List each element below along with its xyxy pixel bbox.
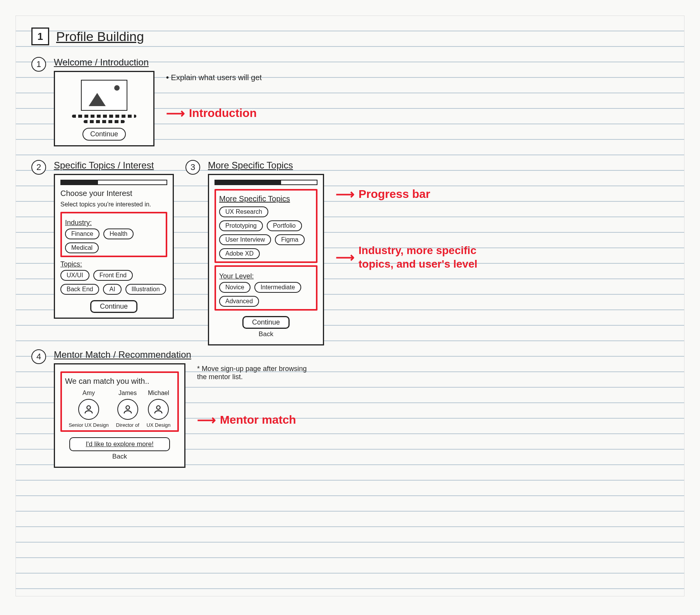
svg-point-1 (126, 406, 129, 409)
chip-industry[interactable]: Medical (65, 242, 99, 253)
industry-highlight-box: Industry: Finance Health Medical (60, 212, 167, 257)
back-link[interactable]: Back (60, 453, 179, 460)
mentor-name: James (116, 390, 139, 397)
chip-more-topic[interactable]: Adobe XD (219, 248, 260, 259)
continue-button[interactable]: Continue (90, 300, 137, 313)
chip-topic[interactable]: Front End (93, 270, 133, 281)
interest-hint: Select topics you're interested in. (60, 201, 167, 208)
progress-bar (214, 180, 317, 185)
chip-level[interactable]: Intermediate (254, 282, 301, 293)
chip-level[interactable]: Advanced (219, 296, 259, 307)
arrow-right-icon: ⟶ (336, 186, 353, 202)
step-number-1: 1 (31, 57, 46, 72)
interest-heading: Choose your Interest (60, 189, 167, 198)
chip-topic[interactable]: AI (103, 284, 121, 295)
explore-more-button[interactable]: I'd like to explore more! (69, 437, 170, 451)
page-number-badge: 1 (31, 27, 49, 45)
text-line-icon (84, 120, 125, 123)
mentor-card[interactable]: Amy Senior UX Design (69, 390, 108, 428)
chip-level[interactable]: Novice (219, 282, 250, 293)
continue-button[interactable]: Continue (82, 128, 126, 141)
mentor-frame: We can match you with.. Amy Senior UX De… (54, 363, 185, 468)
text-line-icon (72, 115, 136, 118)
step4-title: Mentor Match / Recommendation (54, 349, 313, 360)
arrow-right-icon: ⟶ (166, 105, 184, 121)
svg-point-0 (87, 406, 90, 409)
arrow-right-icon: ⟶ (197, 412, 214, 428)
annotation-mentor-match: Mentor match (220, 413, 296, 426)
mentor-role: UX Design (146, 422, 170, 428)
level-label: Your Level: (219, 272, 313, 280)
annotation-introduction: Introduction (189, 107, 257, 120)
arrow-right-icon: ⟶ (336, 249, 353, 265)
step-number-3: 3 (185, 160, 200, 175)
annotation-industry-level: Industry, more specific topics, and user… (359, 244, 482, 271)
mentor-heading: We can match you with.. (65, 377, 174, 386)
avatar-icon (78, 399, 99, 420)
avatar-icon (117, 399, 138, 420)
more-topics-highlight-box: More Specific Topics UX Research Prototy… (214, 189, 317, 263)
progress-bar (60, 180, 167, 185)
mentor-role: Director of (116, 422, 139, 428)
chip-more-topic[interactable]: Figma (275, 234, 304, 245)
step-number-4: 4 (31, 349, 46, 364)
mentor-card[interactable]: Michael UX Design (146, 390, 170, 428)
chip-more-topic[interactable]: UX Research (219, 206, 268, 217)
mentor-footnote: Move sign-up page after browsing the men… (197, 365, 313, 381)
step1-title: Welcome / Introduction (54, 57, 669, 68)
step2-title: Specific Topics / Interest (54, 160, 174, 171)
page-title: Profile Building (56, 29, 144, 44)
welcome-frame: Continue (54, 71, 154, 146)
mentor-card[interactable]: James Director of (116, 390, 139, 428)
chip-topic[interactable]: Back End (60, 284, 99, 295)
progress-fill (215, 180, 281, 184)
annotation-progress-bar: Progress bar (359, 187, 430, 201)
more-topics-frame: More Specific Topics UX Research Prototy… (208, 174, 324, 345)
avatar-icon (148, 399, 169, 420)
more-topics-heading: More Specific Topics (219, 194, 313, 203)
step-number-2: 2 (31, 160, 46, 175)
progress-fill (61, 180, 98, 184)
interest-frame: Choose your Interest Select topics you'r… (54, 174, 174, 319)
mentor-highlight-box: We can match you with.. Amy Senior UX De… (60, 371, 179, 432)
chip-more-topic[interactable]: Prototyping (219, 220, 263, 231)
svg-point-2 (157, 406, 160, 409)
chip-more-topic[interactable]: User Interview (219, 234, 271, 245)
step3-title: More Specific Topics (208, 160, 324, 171)
continue-button[interactable]: Continue (242, 316, 290, 329)
welcome-note: Explain what users will get (166, 73, 262, 82)
mentor-name: Michael (146, 390, 170, 397)
level-highlight-box: Your Level: Novice Intermediate Advanced (214, 265, 317, 311)
industry-label: Industry: (65, 219, 163, 227)
chip-topic[interactable]: UX/UI (60, 270, 89, 281)
back-link[interactable]: Back (214, 330, 317, 338)
image-placeholder-icon (81, 80, 127, 111)
chip-topic[interactable]: Illustration (125, 284, 166, 295)
chip-industry[interactable]: Finance (65, 228, 100, 239)
chip-more-topic[interactable]: Portfolio (267, 220, 302, 231)
topics-label: Topics: (60, 260, 167, 268)
mentor-role: Senior UX Design (69, 422, 108, 428)
mentor-name: Amy (69, 390, 108, 397)
chip-industry[interactable]: Health (103, 228, 134, 239)
